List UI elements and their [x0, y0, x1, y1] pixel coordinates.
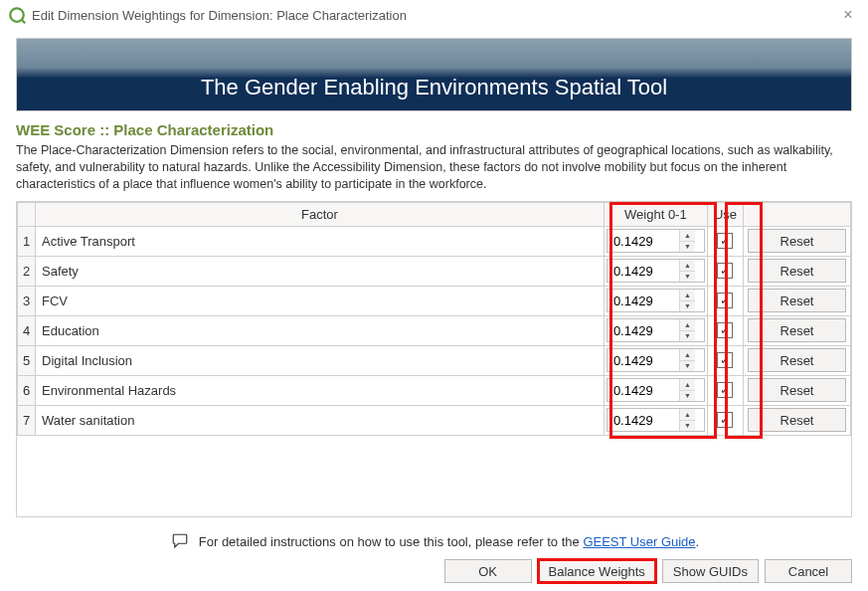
section-description: The Place-Characterization Dimension ref…: [16, 142, 852, 193]
reset-button[interactable]: Reset: [748, 289, 846, 312]
section-title: WEE Score :: Place Characterization: [16, 121, 852, 138]
use-checkbox[interactable]: ✓: [717, 412, 733, 428]
table-header-row: Factor Weight 0-1 Use: [18, 202, 851, 226]
reset-button[interactable]: Reset: [748, 229, 846, 253]
factor-cell: FCV: [36, 286, 605, 315]
spin-up-icon[interactable]: ▲: [680, 260, 695, 272]
reset-button[interactable]: Reset: [748, 348, 846, 372]
spin-down-icon[interactable]: ▼: [680, 421, 695, 432]
footer-period: .: [696, 534, 700, 549]
weightings-table: Factor Weight 0-1 Use 1Active Transport▲…: [16, 201, 852, 517]
banner-title: The Gender Enabling Environments Spatial…: [201, 75, 667, 100]
footer-info: For detailed instructions on how to use …: [0, 531, 868, 551]
spin-up-icon[interactable]: ▲: [680, 290, 695, 301]
close-icon[interactable]: ×: [836, 3, 860, 27]
ok-button[interactable]: OK: [444, 559, 532, 583]
spin-up-icon[interactable]: ▲: [680, 349, 695, 361]
header-use: Use: [707, 202, 743, 226]
reset-button[interactable]: Reset: [748, 378, 846, 402]
spin-down-icon[interactable]: ▼: [680, 301, 695, 312]
weight-spinner[interactable]: ▲▼: [607, 259, 705, 283]
spin-up-icon[interactable]: ▲: [680, 319, 695, 331]
use-checkbox[interactable]: ✓: [717, 382, 733, 398]
user-guide-link[interactable]: GEEST User Guide: [583, 534, 695, 549]
header-blank: [18, 202, 36, 226]
row-number: 6: [18, 375, 36, 405]
show-guids-button[interactable]: Show GUIDs: [662, 559, 759, 583]
header-factor: Factor: [36, 202, 605, 226]
spin-up-icon[interactable]: ▲: [680, 409, 695, 421]
row-number: 2: [18, 256, 36, 286]
weight-input[interactable]: [608, 290, 679, 311]
factor-cell: Safety: [36, 256, 605, 286]
spin-up-icon[interactable]: ▲: [680, 379, 695, 391]
table-row: 5Digital Inclusion▲▼✓Reset: [18, 345, 851, 375]
weight-input[interactable]: [608, 260, 679, 282]
weight-input[interactable]: [608, 379, 679, 401]
spin-down-icon[interactable]: ▼: [680, 361, 695, 372]
weight-spinner[interactable]: ▲▼: [607, 408, 705, 432]
weight-spinner[interactable]: ▲▼: [607, 318, 705, 342]
factor-cell: Education: [36, 315, 605, 345]
table-row: 6Environmental Hazards▲▼✓Reset: [18, 375, 851, 405]
factor-cell: Water sanitation: [36, 405, 605, 435]
weight-input[interactable]: [608, 230, 679, 252]
use-checkbox[interactable]: ✓: [717, 263, 733, 279]
weight-input[interactable]: [608, 409, 679, 431]
factor-cell: Environmental Hazards: [36, 375, 605, 405]
spin-down-icon[interactable]: ▼: [680, 391, 695, 402]
reset-button[interactable]: Reset: [748, 408, 846, 432]
factor-cell: Digital Inclusion: [36, 345, 605, 375]
use-checkbox[interactable]: ✓: [717, 233, 733, 249]
reset-button[interactable]: Reset: [748, 259, 846, 283]
use-checkbox[interactable]: ✓: [717, 322, 733, 338]
table-row: 4Education▲▼✓Reset: [18, 315, 851, 345]
cancel-button[interactable]: Cancel: [765, 559, 852, 583]
weight-input[interactable]: [608, 319, 679, 341]
header-weight: Weight 0-1: [604, 202, 707, 226]
balance-weights-button[interactable]: Balance Weights: [538, 559, 656, 583]
spin-down-icon[interactable]: ▼: [680, 331, 695, 342]
header-reset: [744, 202, 851, 226]
spin-down-icon[interactable]: ▼: [680, 272, 695, 283]
row-number: 4: [18, 315, 36, 345]
use-checkbox[interactable]: ✓: [717, 293, 733, 308]
table-row: 7Water sanitation▲▼✓Reset: [18, 405, 851, 435]
weight-input[interactable]: [608, 349, 679, 371]
window-title: Edit Dimension Weightings for Dimension:…: [32, 8, 407, 23]
table-row: 2Safety▲▼✓Reset: [18, 256, 851, 286]
spin-up-icon[interactable]: ▲: [680, 230, 695, 242]
weight-spinner[interactable]: ▲▼: [607, 378, 705, 402]
weight-spinner[interactable]: ▲▼: [607, 229, 705, 253]
weight-spinner[interactable]: ▲▼: [607, 348, 705, 372]
spin-down-icon[interactable]: ▼: [680, 242, 695, 253]
row-number: 5: [18, 345, 36, 375]
row-number: 1: [18, 226, 36, 256]
row-number: 7: [18, 405, 36, 435]
use-checkbox[interactable]: ✓: [717, 352, 733, 368]
banner: The Gender Enabling Environments Spatial…: [16, 38, 852, 111]
dialog-buttons: OK Balance Weights Show GUIDs Cancel: [444, 559, 852, 583]
speech-bubble-icon: [169, 531, 191, 551]
table-row: 1Active Transport▲▼✓Reset: [18, 226, 851, 256]
weight-spinner[interactable]: ▲▼: [607, 289, 705, 312]
footer-text: For detailed instructions on how to use …: [199, 534, 584, 549]
row-number: 3: [18, 286, 36, 315]
app-icon: [8, 6, 26, 24]
titlebar: Edit Dimension Weightings for Dimension:…: [0, 0, 868, 30]
reset-button[interactable]: Reset: [748, 318, 846, 342]
table-row: 3FCV▲▼✓Reset: [18, 286, 851, 315]
factor-cell: Active Transport: [36, 226, 605, 256]
